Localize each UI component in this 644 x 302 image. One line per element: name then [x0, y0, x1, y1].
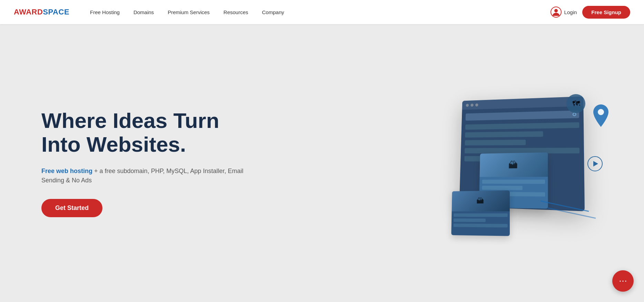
browser-content-row-2 [465, 131, 543, 138]
browser-searchbar [466, 110, 579, 121]
browser-dot-3 [475, 103, 478, 107]
bottom-row-1 [454, 213, 508, 217]
get-started-button[interactable]: Get Started [41, 199, 102, 217]
hero-content: Where Ideas Turn Into Websites. Free web… [41, 109, 248, 217]
main-nav: Free Hosting Domains Premium Services Re… [90, 9, 551, 15]
hero-section: Where Ideas Turn Into Websites. Free web… [0, 24, 644, 302]
hero-subtitle-highlight: Free web hosting [41, 168, 92, 174]
login-label: Login [564, 9, 577, 15]
hero-subtitle: Free web hosting + a free subdomain, PHP… [41, 167, 248, 185]
bottom-panel-rows [451, 211, 509, 231]
header-actions: Login Free Signup [551, 6, 630, 19]
hero-illustration: 🏔 🏔 🗺 [444, 84, 623, 242]
bottom-row-2 [454, 219, 486, 222]
nav-item-premium-services[interactable]: Premium Services [168, 9, 210, 15]
float-play-button[interactable] [587, 156, 603, 171]
bottom-panel-image: 🏔 [452, 190, 510, 211]
float-image-emoji: 🗺 [572, 99, 580, 108]
browser-content-row-1 [465, 122, 579, 130]
signup-button[interactable]: Free Signup [582, 6, 630, 19]
logo[interactable]: AWARDSPACE [14, 8, 69, 17]
nav-item-free-hosting[interactable]: Free Hosting [90, 9, 120, 15]
logo-space: SPACE [43, 8, 69, 17]
search-circle-icon [573, 112, 576, 116]
sub-row-1 [482, 180, 545, 184]
sub-row-2 [482, 186, 522, 190]
browser-bottom-panel: 🏔 [451, 190, 510, 236]
browser-content-row-3 [465, 140, 526, 145]
chat-widget[interactable]: ⋯ [612, 270, 634, 292]
float-location-pin [592, 104, 613, 129]
login-area[interactable]: Login [551, 7, 577, 18]
nav-item-company[interactable]: Company [262, 9, 284, 15]
hero-title: Where Ideas Turn Into Websites. [41, 109, 248, 156]
play-triangle-icon [593, 161, 598, 167]
sub-panel-image-icon: 🏔 [508, 159, 518, 171]
header: AWARDSPACE Free Hosting Domains Premium … [0, 0, 644, 24]
chat-bubble-icon: ⋯ [619, 276, 627, 286]
bottom-row-3 [453, 223, 507, 227]
user-icon [551, 7, 562, 18]
svg-point-2 [598, 109, 604, 115]
nav-item-domains[interactable]: Domains [133, 9, 154, 15]
location-pin-svg [592, 104, 610, 127]
browser-dot-2 [470, 103, 473, 107]
nav-item-resources[interactable]: Resources [224, 9, 248, 15]
browser-dot-1 [466, 104, 469, 107]
sub-panel-image: 🏔 [479, 152, 548, 177]
svg-point-1 [554, 9, 558, 12]
logo-award: AWARD [14, 8, 43, 17]
bottom-panel-image-icon: 🏔 [476, 197, 484, 205]
float-image-icon: 🗺 [566, 94, 585, 113]
